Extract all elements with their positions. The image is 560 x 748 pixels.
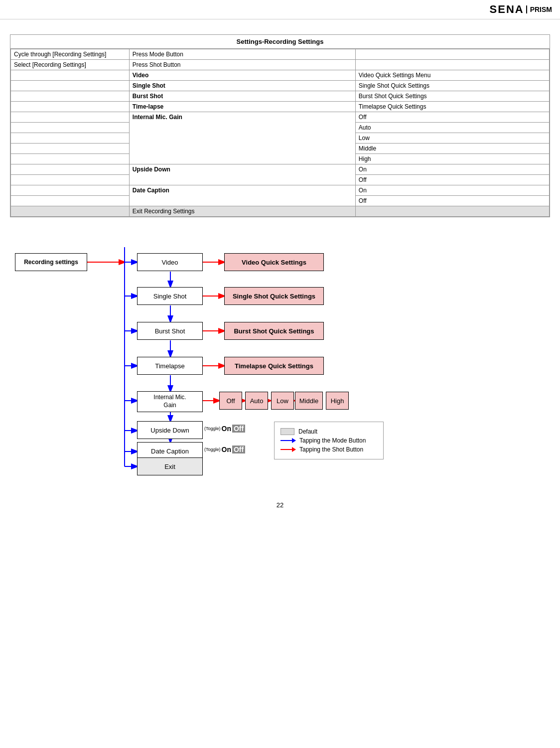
legend-shot: Tapping the Shot Button xyxy=(280,446,377,453)
toggle-label-upside: (Toggle) xyxy=(204,426,221,431)
table-title: Settings-Recording Settings xyxy=(10,35,550,49)
off-label-upside: Off xyxy=(232,425,245,433)
settings-table: Settings-Recording Settings Cycle throug… xyxy=(10,34,550,217)
middle-box: Middle xyxy=(295,392,323,410)
single-shot-box: Single Shot xyxy=(137,287,203,305)
timelapse-box: Timelapse xyxy=(137,357,203,375)
video-qs-box: Video Quick Settings xyxy=(224,253,324,271)
upside-down-box: Upside Down xyxy=(137,421,203,439)
single-shot-qs-box: Single Shot Quick Settings xyxy=(224,287,324,305)
table-row: Date Caption On xyxy=(11,185,550,196)
logo-prism: PRISM xyxy=(526,5,552,13)
off-box: Off xyxy=(219,392,242,410)
recording-settings-box: Recording settings xyxy=(15,253,87,271)
table-row: Burst Shot Burst Shot Quick Settings xyxy=(11,91,550,102)
table-row: Cycle through [Recording Settings] Press… xyxy=(11,49,550,60)
legend-mode-arrow xyxy=(280,440,295,441)
table-row: Single Shot Single Shot Quick Settings xyxy=(11,81,550,91)
table-row: Video Video Quick Settings Menu xyxy=(11,70,550,81)
flow-diagram: Recording settings Video Single Shot Bur… xyxy=(10,232,550,491)
timelapse-qs-box: Timelapse Quick Settings xyxy=(224,357,324,375)
toggle-label-date: (Toggle) xyxy=(204,447,221,452)
auto-box: Auto xyxy=(245,392,268,410)
low-box: Low xyxy=(271,392,294,410)
page-header: SENA PRISM xyxy=(0,0,560,19)
logo-sena: SENA xyxy=(490,3,524,16)
table-row-exit: Exit Recording Settings xyxy=(11,206,550,217)
page-number: 22 xyxy=(0,501,560,519)
table-row: Select [Recording Settings] Press Shot B… xyxy=(11,60,550,70)
on-label-upside: On xyxy=(222,425,231,433)
exit-box: Exit xyxy=(137,457,203,475)
legend-shot-label: Tapping the Shot Button xyxy=(299,446,363,453)
table-row: Time-lapse Timelapse Quick Settings xyxy=(11,102,550,112)
recording-settings-table: Cycle through [Recording Settings] Press… xyxy=(10,49,550,217)
legend-mode: Tapping the Mode Button xyxy=(280,437,377,444)
upside-down-toggle: (Toggle) On Off xyxy=(204,425,245,433)
table-row: Internal Mic. Gain Off xyxy=(11,112,550,123)
legend-box: Default Tapping the Mode Button Tapping … xyxy=(274,422,384,459)
date-caption-toggle: (Toggle) On Off xyxy=(204,446,245,453)
high-box: High xyxy=(326,392,349,410)
video-box: Video xyxy=(137,253,203,271)
legend-shot-arrow xyxy=(280,449,295,450)
on-label-date: On xyxy=(222,446,231,453)
off-label-date: Off xyxy=(232,446,245,453)
legend-default-box xyxy=(280,428,294,435)
legend-default: Default xyxy=(280,428,377,435)
burst-shot-qs-box: Burst Shot Quick Settings xyxy=(224,322,324,340)
table-row: Upside Down On xyxy=(11,164,550,175)
burst-shot-box: Burst Shot xyxy=(137,322,203,340)
legend-mode-label: Tapping the Mode Button xyxy=(299,437,366,444)
legend-default-label: Default xyxy=(298,428,317,435)
internal-mic-box: Internal Mic.Gain xyxy=(137,391,203,412)
